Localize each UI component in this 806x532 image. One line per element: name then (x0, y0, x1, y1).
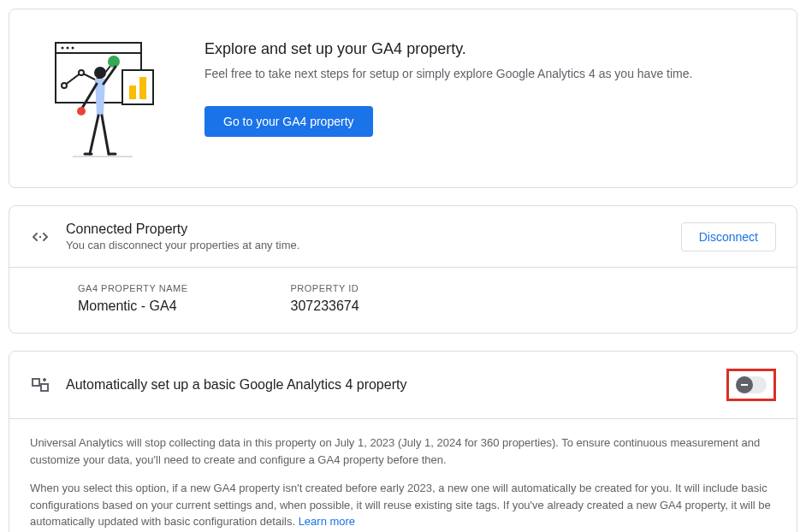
toggle-highlight (726, 369, 776, 401)
svg-point-8 (108, 56, 120, 68)
svg-rect-11 (139, 77, 146, 99)
auto-paragraph-2: When you select this option, if a new GA… (30, 480, 776, 530)
auto-paragraph-1: Universal Analytics will stop collecting… (30, 434, 776, 468)
auto-setup-card: Automatically set up a basic Google Anal… (9, 351, 797, 532)
property-name-value: Momentic - GA4 (78, 299, 188, 314)
connected-text: Connected Property You can disconnect yo… (66, 222, 666, 251)
svg-point-6 (79, 70, 84, 75)
svg-rect-9 (122, 70, 153, 104)
toggle-knob-icon (736, 376, 753, 393)
svg-line-17 (102, 115, 109, 154)
explore-card: Explore and set up your GA4 property. Fe… (9, 9, 797, 188)
connected-header: Connected Property You can disconnect yo… (9, 206, 797, 267)
auto-config-icon (30, 375, 50, 395)
property-name-label: GA4 PROPERTY NAME (78, 283, 188, 293)
auto-header: Automatically set up a basic Google Anal… (9, 352, 797, 418)
explore-content: Explore and set up your GA4 property. Fe… (204, 30, 776, 137)
learn-more-link[interactable]: Learn more (299, 515, 355, 528)
svg-line-13 (81, 84, 97, 109)
svg-point-4 (72, 47, 74, 50)
connected-details: GA4 PROPERTY NAME Momentic - GA4 PROPERT… (9, 267, 797, 333)
auto-body: Universal Analytics will stop collecting… (9, 418, 797, 532)
explore-illustration (30, 30, 184, 167)
disconnect-button[interactable]: Disconnect (681, 222, 776, 251)
auto-paragraph-2-text: When you select this option, if a new GA… (30, 482, 771, 528)
svg-rect-22 (33, 379, 39, 386)
go-to-ga4-button[interactable]: Go to your GA4 property (204, 106, 373, 137)
svg-point-12 (94, 67, 106, 79)
connected-property-card: Connected Property You can disconnect yo… (9, 205, 797, 334)
svg-point-21 (39, 235, 41, 237)
svg-point-3 (67, 47, 69, 50)
svg-rect-10 (129, 86, 136, 99)
connected-subtitle: You can disconnect your properties at an… (66, 239, 666, 251)
svg-point-5 (62, 83, 67, 88)
svg-rect-23 (41, 384, 48, 391)
explore-subtitle: Feel free to take next steps for setup o… (204, 67, 776, 80)
connected-title: Connected Property (66, 222, 666, 237)
property-id-label: PROPERTY ID (291, 283, 359, 293)
link-icon (30, 227, 50, 247)
svg-point-2 (62, 47, 64, 50)
svg-line-16 (90, 115, 98, 154)
auto-setup-toggle[interactable] (736, 376, 767, 393)
svg-point-15 (77, 107, 86, 115)
auto-title: Automatically set up a basic Google Anal… (66, 377, 711, 393)
explore-title: Explore and set up your GA4 property. (204, 40, 776, 58)
property-id-value: 307233674 (291, 299, 359, 314)
property-name-block: GA4 PROPERTY NAME Momentic - GA4 (78, 283, 188, 314)
property-id-block: PROPERTY ID 307233674 (291, 283, 359, 314)
